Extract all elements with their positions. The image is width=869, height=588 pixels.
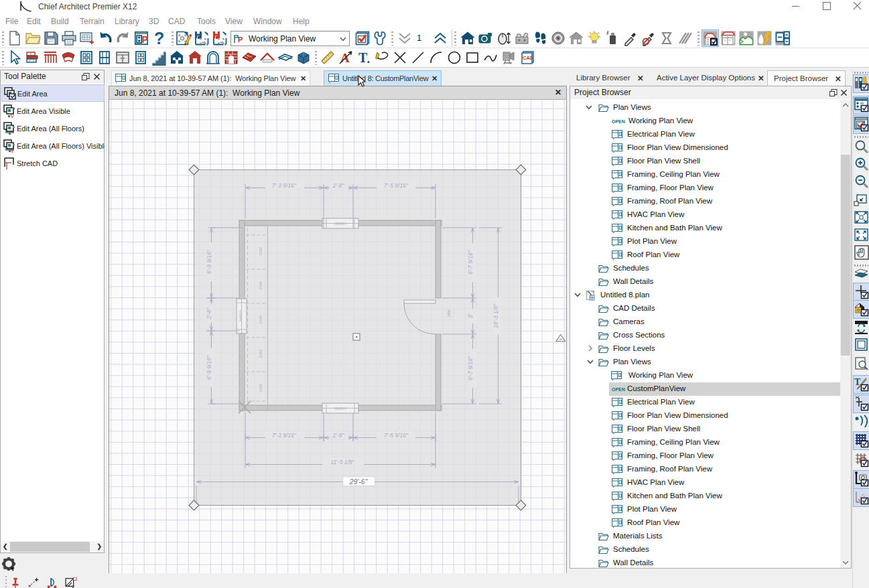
- svg-text:16'-3 1/8": 16'-3 1/8": [492, 303, 499, 328]
- svg-text:2'-8": 2'-8": [332, 432, 345, 439]
- svg-text:6'-9 9/16": 6'-9 9/16": [206, 355, 212, 380]
- svg-text:2868: 2868: [447, 309, 451, 317]
- svg-text:6'-7 9/16": 6'-7 9/16": [467, 356, 474, 380]
- svg-text:2X4X: 2X4X: [259, 349, 263, 358]
- svg-text:2'-8": 2'-8": [332, 182, 345, 189]
- svg-text:2X4X: 2X4X: [259, 246, 263, 255]
- svg-text:CAD: CAD: [523, 55, 534, 61]
- svg-text:?: ?: [154, 30, 164, 46]
- svg-text:2X4X: 2X4X: [259, 315, 263, 323]
- svg-text:34400H: 34400H: [239, 310, 243, 322]
- svg-text:6'-9 9/16": 6'-9 9/16": [206, 249, 212, 274]
- svg-text:T: T: [358, 50, 368, 65]
- svg-text:11'-5 1/8": 11'-5 1/8": [330, 459, 354, 465]
- svg-text:v: v: [11, 147, 14, 153]
- svg-text:2X4X: 2X4X: [259, 383, 263, 392]
- svg-text:29'-6": 29'-6": [349, 477, 369, 486]
- svg-text:7'-3 9/16": 7'-3 9/16": [272, 432, 297, 439]
- svg-text:36400H: 36400H: [334, 222, 346, 226]
- svg-text:2X4X: 2X4X: [259, 281, 263, 289]
- svg-text:2'-8": 2'-8": [206, 307, 212, 320]
- svg-text:7'-3 9/16": 7'-3 9/16": [272, 182, 297, 189]
- svg-text:36400H: 36400H: [334, 407, 346, 411]
- svg-text:P: P: [142, 34, 148, 45]
- svg-text:v: v: [11, 113, 14, 119]
- svg-text:P: P: [238, 35, 243, 44]
- svg-text:3': 3': [467, 313, 474, 318]
- svg-text:6'-7 9/16": 6'-7 9/16": [467, 250, 474, 275]
- svg-text:7'-5 9/16": 7'-5 9/16": [384, 182, 409, 189]
- svg-text:7'-5 9/16": 7'-5 9/16": [384, 432, 409, 439]
